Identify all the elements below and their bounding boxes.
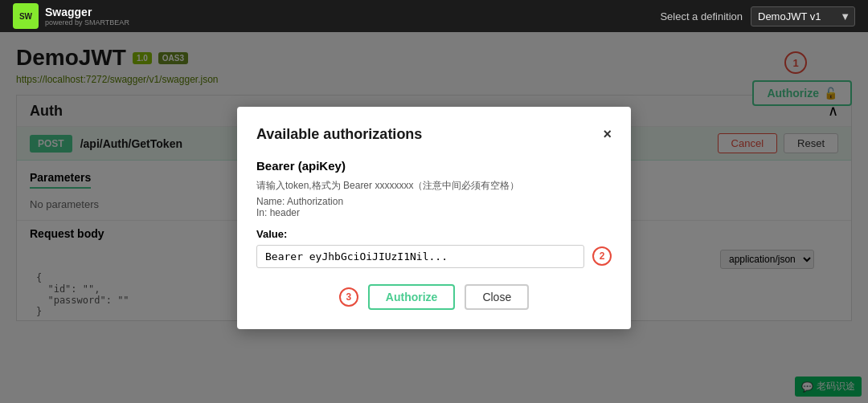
modal-section-title: Bearer (apiKey) <box>256 159 612 173</box>
select-definition-label: Select a definition <box>660 10 743 22</box>
modal-header: Available authorizations × <box>256 126 612 143</box>
definition-select[interactable]: DemoJWT v1 <box>751 6 855 26</box>
modal-title: Available authorizations <box>256 126 422 143</box>
navbar-subbrand: powered by SMARTBEAR <box>45 18 129 26</box>
modal: Available authorizations × Bearer (apiKe… <box>237 107 631 329</box>
navbar-left: SW Swagger powered by SMARTBEAR <box>13 3 129 29</box>
modal-input-row: 2 <box>256 245 612 268</box>
definition-select-wrapper[interactable]: DemoJWT v1 ▼ <box>751 6 855 26</box>
annotation-circle-2: 2 <box>592 246 612 266</box>
modal-close-button[interactable]: Close <box>465 284 529 310</box>
modal-overlay: Available authorizations × Bearer (apiKe… <box>0 32 868 403</box>
modal-name: Name: Authorization <box>256 196 612 207</box>
modal-authorize-button[interactable]: Authorize <box>368 284 456 310</box>
modal-in: In: header <box>256 207 612 218</box>
swagger-logo: SW <box>13 3 39 29</box>
logo-text: SW <box>19 12 32 21</box>
content-area: DemoJWT 1.0 OAS3 https://localhost:7272/… <box>0 32 868 403</box>
token-input[interactable] <box>256 245 584 268</box>
navbar-brand: Swagger <box>45 6 129 18</box>
navbar-right: Select a definition DemoJWT v1 ▼ <box>660 6 855 26</box>
modal-close-icon[interactable]: × <box>603 126 612 143</box>
modal-hint: 请输入token,格式为 Bearer xxxxxxxx（注意中间必须有空格） <box>256 179 612 193</box>
modal-actions: 3 Authorize Close <box>256 284 612 310</box>
navbar: SW Swagger powered by SMARTBEAR Select a… <box>0 0 868 32</box>
modal-value-label: Value: <box>256 228 612 240</box>
brand-block: Swagger powered by SMARTBEAR <box>45 6 129 26</box>
annotation-circle-3: 3 <box>339 287 358 307</box>
